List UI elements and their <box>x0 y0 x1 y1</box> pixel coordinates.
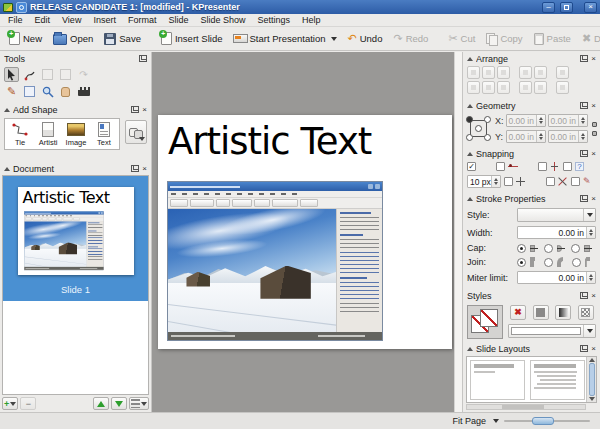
round-cap-radio[interactable] <box>544 244 553 253</box>
more-shapes-button[interactable] <box>125 120 147 144</box>
y-position-spinbox[interactable]: 0.00 in <box>506 130 546 143</box>
align-center-button[interactable] <box>482 66 495 79</box>
slider-handle[interactable] <box>532 417 554 425</box>
start-presentation-button[interactable]: Start Presentation <box>228 31 341 46</box>
menu-edit[interactable]: Edit <box>29 15 57 25</box>
align-bottom-button[interactable] <box>497 81 510 94</box>
path-tool[interactable] <box>22 67 37 82</box>
menu-format[interactable]: Format <box>122 15 163 25</box>
redo-button[interactable]: ↷ Redo <box>388 31 433 46</box>
menu-slideshow[interactable]: Slide Show <box>194 15 251 25</box>
anchor-position-widget[interactable] <box>466 116 491 141</box>
anchor-bottom-left[interactable] <box>466 134 473 141</box>
collapse-arrow-icon[interactable] <box>467 347 473 351</box>
menu-slide[interactable]: Slide <box>162 15 194 25</box>
chevron-down-icon[interactable] <box>493 419 499 423</box>
zoom-slider[interactable] <box>504 416 590 426</box>
snap-help-checkbox[interactable] <box>563 162 572 171</box>
close-docker-icon[interactable]: × <box>591 345 596 353</box>
close-docker-icon[interactable]: × <box>591 102 596 110</box>
spin-arrows-icon[interactable] <box>578 115 587 126</box>
new-button[interactable]: + New <box>4 30 47 47</box>
snap-intersection-checkbox[interactable] <box>546 177 555 186</box>
pan-tool[interactable] <box>58 84 73 99</box>
pattern-fill-button[interactable] <box>578 305 594 320</box>
close-docker-icon[interactable]: × <box>142 165 147 173</box>
anchor-top-left[interactable] <box>466 116 473 123</box>
zoom-tool[interactable] <box>40 84 55 99</box>
calligraphy-tool[interactable]: ✎ <box>4 84 19 99</box>
canvas-vertical-scrollbar[interactable] <box>454 52 462 412</box>
shape-item-image[interactable]: Image <box>62 121 90 147</box>
snap-node-checkbox[interactable] <box>496 162 505 171</box>
solid-fill-button[interactable] <box>533 305 549 320</box>
snap-grid-checkbox[interactable] <box>504 177 513 186</box>
move-slide-up-button[interactable] <box>93 397 109 410</box>
save-button[interactable]: Save <box>99 31 146 47</box>
float-docker-icon[interactable] <box>580 102 588 109</box>
collapse-arrow-icon[interactable] <box>467 57 473 61</box>
aspect-ratio-lock-icon[interactable] <box>592 122 597 127</box>
shape-item-text[interactable]: Text <box>90 121 118 147</box>
aspect-ratio-lock-icon[interactable] <box>592 131 597 136</box>
open-button[interactable]: Open <box>48 30 98 47</box>
float-docker-icon[interactable] <box>580 150 588 157</box>
maximize-button[interactable] <box>560 2 573 13</box>
menu-settings[interactable]: Settings <box>251 15 296 25</box>
float-docker-icon[interactable] <box>580 292 588 299</box>
paste-button[interactable]: Paste <box>529 31 576 47</box>
line-style-combobox[interactable] <box>517 208 596 222</box>
shape-item-tie[interactable]: Tie <box>6 121 34 147</box>
align-top-button[interactable] <box>467 81 480 94</box>
snap-guide-checkbox[interactable] <box>571 177 580 186</box>
shape-edit-tool[interactable] <box>58 67 73 82</box>
style-preview-button[interactable] <box>467 305 503 339</box>
layouts-horizontal-scrollbar[interactable] <box>466 404 586 410</box>
spin-arrows-icon[interactable] <box>586 272 595 283</box>
anchor-center[interactable] <box>475 125 482 132</box>
spin-arrows-icon[interactable] <box>491 176 500 187</box>
rotate-tool[interactable]: ↷ <box>76 67 91 82</box>
round-join-radio[interactable] <box>544 258 553 267</box>
slide-canvas[interactable]: Artistic Text <box>152 52 454 412</box>
shape-item-artistic-text[interactable]: Artisti <box>34 121 62 147</box>
bring-to-front-button[interactable] <box>534 66 547 79</box>
menu-help[interactable]: Help <box>296 15 327 25</box>
layout-title-only[interactable] <box>470 360 525 400</box>
anchor-top-right[interactable] <box>484 116 491 123</box>
snap-extension-checkbox[interactable] <box>538 162 547 171</box>
close-button[interactable]: × <box>584 2 597 13</box>
spin-arrows-icon[interactable] <box>586 227 595 238</box>
layout-title-content[interactable] <box>530 360 585 400</box>
float-docker-icon[interactable] <box>131 106 139 113</box>
insert-slide-button[interactable]: + Insert Slide <box>156 30 228 47</box>
x-position-spinbox[interactable]: 0.00 in <box>506 114 546 127</box>
group-button[interactable] <box>556 66 569 79</box>
minimize-button[interactable]: – <box>542 2 555 13</box>
miter-limit-spinbox[interactable]: 0.00 in <box>517 271 596 284</box>
slide-page[interactable]: Artistic Text <box>158 115 452 349</box>
float-docker-icon[interactable] <box>580 195 588 202</box>
text-tool[interactable] <box>40 67 55 82</box>
animation-tool[interactable] <box>76 84 91 99</box>
square-cap-radio[interactable] <box>571 244 580 253</box>
float-docker-icon[interactable] <box>131 165 139 172</box>
move-slide-down-button[interactable] <box>111 397 127 410</box>
menu-view[interactable]: View <box>56 15 87 25</box>
grid-spacing-spinbox[interactable]: 10 px <box>467 175 501 188</box>
collapse-arrow-icon[interactable] <box>4 167 10 171</box>
collapse-arrow-icon[interactable] <box>467 104 473 108</box>
close-docker-icon[interactable]: × <box>142 106 147 114</box>
copy-button[interactable]: Copy <box>481 31 527 47</box>
fill-color-combobox[interactable] <box>508 324 596 338</box>
spin-arrows-icon[interactable] <box>536 131 545 142</box>
spin-arrows-icon[interactable] <box>536 115 545 126</box>
undo-button[interactable]: ↶ Undo <box>343 31 388 46</box>
slide-thumbnail-selected[interactable]: Artistic Text <box>3 176 148 301</box>
close-docker-icon[interactable]: × <box>591 150 596 158</box>
scrollbar-thumb[interactable] <box>589 363 595 396</box>
collapse-arrow-icon[interactable] <box>4 108 10 112</box>
view-mode-button[interactable] <box>129 397 149 410</box>
menu-insert[interactable]: Insert <box>87 15 122 25</box>
character-tool[interactable] <box>22 84 37 99</box>
